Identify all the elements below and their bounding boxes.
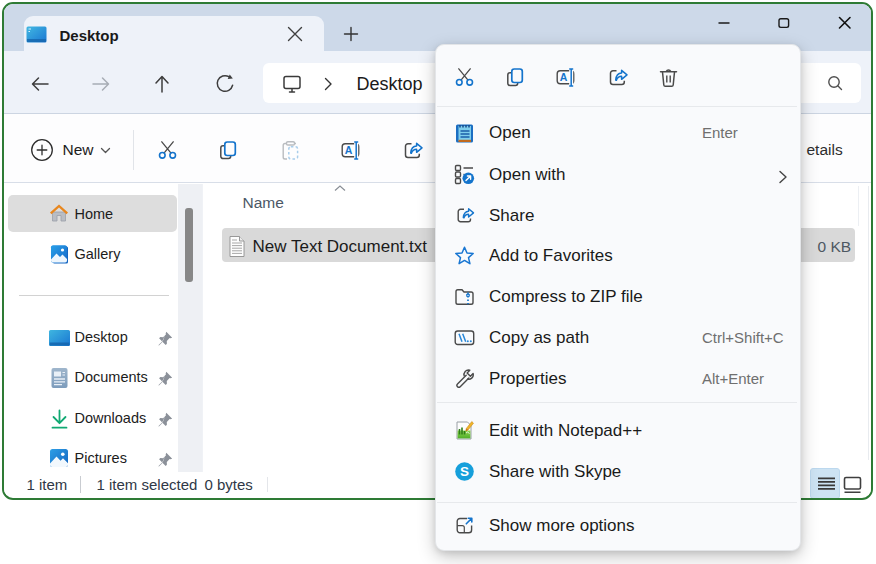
svg-text:A: A <box>344 144 352 156</box>
svg-text:A: A <box>560 71 568 83</box>
svg-text:S: S <box>460 464 469 479</box>
